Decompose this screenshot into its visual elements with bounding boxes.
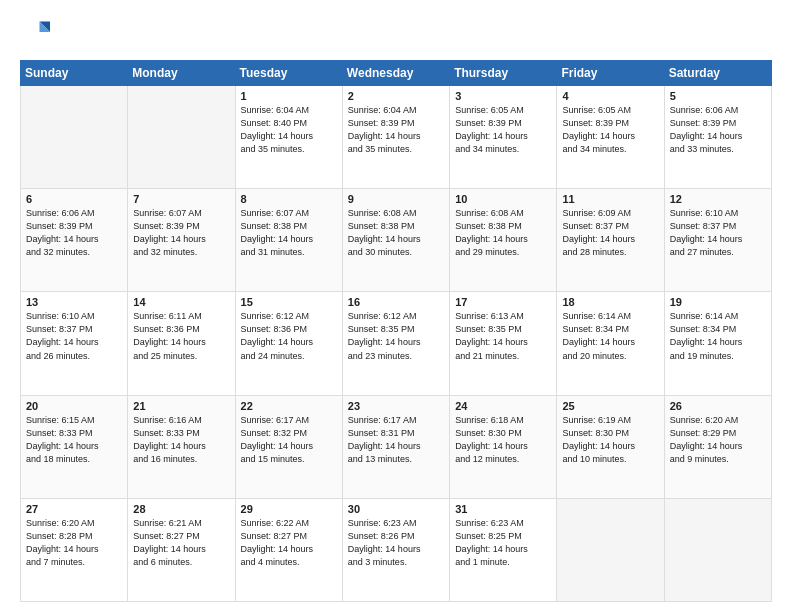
day-cell: 6Sunrise: 6:06 AM Sunset: 8:39 PM Daylig… — [21, 189, 128, 292]
day-cell: 9Sunrise: 6:08 AM Sunset: 8:38 PM Daylig… — [342, 189, 449, 292]
day-info: Sunrise: 6:21 AM Sunset: 8:27 PM Dayligh… — [133, 517, 229, 569]
day-number: 6 — [26, 193, 122, 205]
calendar-header-row: SundayMondayTuesdayWednesdayThursdayFrid… — [21, 61, 772, 86]
day-info: Sunrise: 6:17 AM Sunset: 8:32 PM Dayligh… — [241, 414, 337, 466]
col-header-sunday: Sunday — [21, 61, 128, 86]
day-cell: 4Sunrise: 6:05 AM Sunset: 8:39 PM Daylig… — [557, 86, 664, 189]
day-info: Sunrise: 6:23 AM Sunset: 8:25 PM Dayligh… — [455, 517, 551, 569]
day-info: Sunrise: 6:11 AM Sunset: 8:36 PM Dayligh… — [133, 310, 229, 362]
day-cell — [664, 498, 771, 601]
day-cell: 1Sunrise: 6:04 AM Sunset: 8:40 PM Daylig… — [235, 86, 342, 189]
day-cell: 29Sunrise: 6:22 AM Sunset: 8:27 PM Dayli… — [235, 498, 342, 601]
day-number: 13 — [26, 296, 122, 308]
day-number: 2 — [348, 90, 444, 102]
day-info: Sunrise: 6:07 AM Sunset: 8:39 PM Dayligh… — [133, 207, 229, 259]
day-cell: 19Sunrise: 6:14 AM Sunset: 8:34 PM Dayli… — [664, 292, 771, 395]
day-number: 20 — [26, 400, 122, 412]
day-cell: 11Sunrise: 6:09 AM Sunset: 8:37 PM Dayli… — [557, 189, 664, 292]
day-number: 31 — [455, 503, 551, 515]
day-cell: 3Sunrise: 6:05 AM Sunset: 8:39 PM Daylig… — [450, 86, 557, 189]
day-cell: 7Sunrise: 6:07 AM Sunset: 8:39 PM Daylig… — [128, 189, 235, 292]
day-info: Sunrise: 6:23 AM Sunset: 8:26 PM Dayligh… — [348, 517, 444, 569]
day-info: Sunrise: 6:16 AM Sunset: 8:33 PM Dayligh… — [133, 414, 229, 466]
day-cell: 5Sunrise: 6:06 AM Sunset: 8:39 PM Daylig… — [664, 86, 771, 189]
week-row-3: 13Sunrise: 6:10 AM Sunset: 8:37 PM Dayli… — [21, 292, 772, 395]
day-info: Sunrise: 6:10 AM Sunset: 8:37 PM Dayligh… — [26, 310, 122, 362]
day-info: Sunrise: 6:06 AM Sunset: 8:39 PM Dayligh… — [670, 104, 766, 156]
day-cell: 18Sunrise: 6:14 AM Sunset: 8:34 PM Dayli… — [557, 292, 664, 395]
day-number: 7 — [133, 193, 229, 205]
day-cell: 25Sunrise: 6:19 AM Sunset: 8:30 PM Dayli… — [557, 395, 664, 498]
day-number: 18 — [562, 296, 658, 308]
day-info: Sunrise: 6:04 AM Sunset: 8:39 PM Dayligh… — [348, 104, 444, 156]
day-cell: 22Sunrise: 6:17 AM Sunset: 8:32 PM Dayli… — [235, 395, 342, 498]
col-header-friday: Friday — [557, 61, 664, 86]
day-cell — [128, 86, 235, 189]
day-info: Sunrise: 6:10 AM Sunset: 8:37 PM Dayligh… — [670, 207, 766, 259]
day-number: 24 — [455, 400, 551, 412]
day-info: Sunrise: 6:08 AM Sunset: 8:38 PM Dayligh… — [348, 207, 444, 259]
day-number: 8 — [241, 193, 337, 205]
day-info: Sunrise: 6:19 AM Sunset: 8:30 PM Dayligh… — [562, 414, 658, 466]
day-info: Sunrise: 6:20 AM Sunset: 8:28 PM Dayligh… — [26, 517, 122, 569]
page: SundayMondayTuesdayWednesdayThursdayFrid… — [0, 0, 792, 612]
day-number: 9 — [348, 193, 444, 205]
day-number: 15 — [241, 296, 337, 308]
week-row-4: 20Sunrise: 6:15 AM Sunset: 8:33 PM Dayli… — [21, 395, 772, 498]
day-cell: 2Sunrise: 6:04 AM Sunset: 8:39 PM Daylig… — [342, 86, 449, 189]
day-number: 1 — [241, 90, 337, 102]
day-cell: 14Sunrise: 6:11 AM Sunset: 8:36 PM Dayli… — [128, 292, 235, 395]
day-info: Sunrise: 6:20 AM Sunset: 8:29 PM Dayligh… — [670, 414, 766, 466]
day-info: Sunrise: 6:17 AM Sunset: 8:31 PM Dayligh… — [348, 414, 444, 466]
col-header-tuesday: Tuesday — [235, 61, 342, 86]
day-cell: 16Sunrise: 6:12 AM Sunset: 8:35 PM Dayli… — [342, 292, 449, 395]
col-header-monday: Monday — [128, 61, 235, 86]
day-cell: 20Sunrise: 6:15 AM Sunset: 8:33 PM Dayli… — [21, 395, 128, 498]
day-number: 22 — [241, 400, 337, 412]
day-number: 28 — [133, 503, 229, 515]
header — [20, 18, 772, 50]
day-info: Sunrise: 6:13 AM Sunset: 8:35 PM Dayligh… — [455, 310, 551, 362]
day-number: 11 — [562, 193, 658, 205]
day-info: Sunrise: 6:18 AM Sunset: 8:30 PM Dayligh… — [455, 414, 551, 466]
logo — [20, 18, 50, 50]
day-info: Sunrise: 6:05 AM Sunset: 8:39 PM Dayligh… — [455, 104, 551, 156]
day-number: 19 — [670, 296, 766, 308]
calendar-table: SundayMondayTuesdayWednesdayThursdayFrid… — [20, 60, 772, 602]
day-cell: 10Sunrise: 6:08 AM Sunset: 8:38 PM Dayli… — [450, 189, 557, 292]
day-info: Sunrise: 6:12 AM Sunset: 8:36 PM Dayligh… — [241, 310, 337, 362]
day-info: Sunrise: 6:06 AM Sunset: 8:39 PM Dayligh… — [26, 207, 122, 259]
day-cell: 13Sunrise: 6:10 AM Sunset: 8:37 PM Dayli… — [21, 292, 128, 395]
day-info: Sunrise: 6:04 AM Sunset: 8:40 PM Dayligh… — [241, 104, 337, 156]
day-cell: 24Sunrise: 6:18 AM Sunset: 8:30 PM Dayli… — [450, 395, 557, 498]
day-cell: 23Sunrise: 6:17 AM Sunset: 8:31 PM Dayli… — [342, 395, 449, 498]
day-info: Sunrise: 6:14 AM Sunset: 8:34 PM Dayligh… — [562, 310, 658, 362]
day-cell: 27Sunrise: 6:20 AM Sunset: 8:28 PM Dayli… — [21, 498, 128, 601]
day-number: 14 — [133, 296, 229, 308]
day-number: 23 — [348, 400, 444, 412]
day-number: 21 — [133, 400, 229, 412]
day-number: 16 — [348, 296, 444, 308]
week-row-2: 6Sunrise: 6:06 AM Sunset: 8:39 PM Daylig… — [21, 189, 772, 292]
day-info: Sunrise: 6:08 AM Sunset: 8:38 PM Dayligh… — [455, 207, 551, 259]
day-info: Sunrise: 6:22 AM Sunset: 8:27 PM Dayligh… — [241, 517, 337, 569]
day-number: 5 — [670, 90, 766, 102]
day-cell — [21, 86, 128, 189]
day-cell: 31Sunrise: 6:23 AM Sunset: 8:25 PM Dayli… — [450, 498, 557, 601]
day-number: 10 — [455, 193, 551, 205]
day-number: 17 — [455, 296, 551, 308]
col-header-thursday: Thursday — [450, 61, 557, 86]
logo-icon — [22, 18, 50, 46]
day-info: Sunrise: 6:15 AM Sunset: 8:33 PM Dayligh… — [26, 414, 122, 466]
week-row-5: 27Sunrise: 6:20 AM Sunset: 8:28 PM Dayli… — [21, 498, 772, 601]
day-info: Sunrise: 6:07 AM Sunset: 8:38 PM Dayligh… — [241, 207, 337, 259]
day-info: Sunrise: 6:12 AM Sunset: 8:35 PM Dayligh… — [348, 310, 444, 362]
day-number: 4 — [562, 90, 658, 102]
day-cell — [557, 498, 664, 601]
day-cell: 28Sunrise: 6:21 AM Sunset: 8:27 PM Dayli… — [128, 498, 235, 601]
col-header-saturday: Saturday — [664, 61, 771, 86]
day-cell: 21Sunrise: 6:16 AM Sunset: 8:33 PM Dayli… — [128, 395, 235, 498]
week-row-1: 1Sunrise: 6:04 AM Sunset: 8:40 PM Daylig… — [21, 86, 772, 189]
day-cell: 30Sunrise: 6:23 AM Sunset: 8:26 PM Dayli… — [342, 498, 449, 601]
day-cell: 15Sunrise: 6:12 AM Sunset: 8:36 PM Dayli… — [235, 292, 342, 395]
